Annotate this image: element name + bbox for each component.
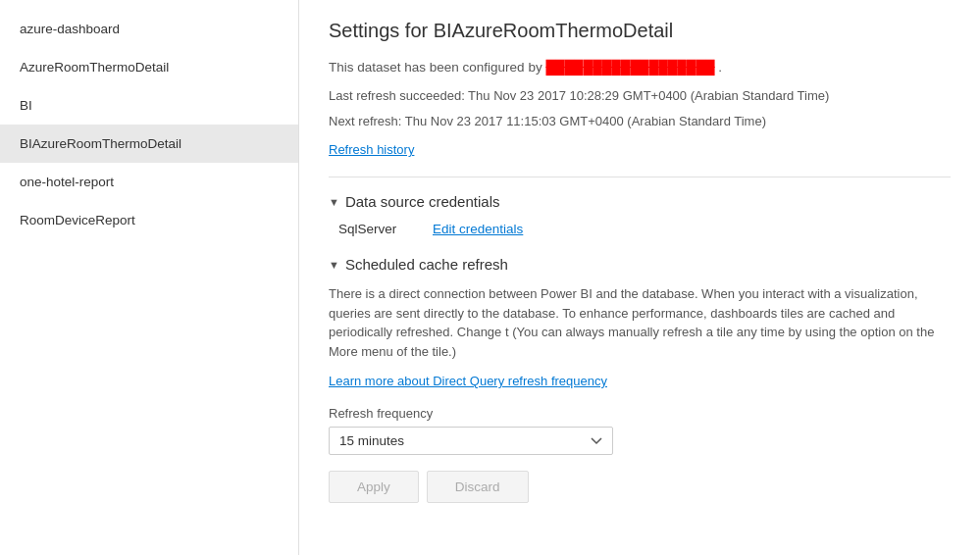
learn-more-link[interactable]: Learn more about Direct Query refresh fr… [329, 374, 607, 388]
sidebar-item-one-hotel-report[interactable]: one-hotel-report [0, 163, 298, 201]
sql-server-label: SqlServer [338, 222, 417, 236]
sidebar-item-azureroomthermodetail[interactable]: AzureRoomThermoDetail [0, 48, 298, 86]
data-source-triangle-icon: ▼ [329, 196, 339, 208]
data-source-section-title: Data source credentials [345, 193, 500, 210]
divider-1 [329, 177, 951, 177]
last-refresh-text: Last refresh succeeded: Thu Nov 23 2017 … [329, 86, 951, 106]
apply-button[interactable]: Apply [329, 471, 419, 503]
scheduled-cache-section-title: Scheduled cache refresh [345, 256, 508, 273]
page-title: Settings for BIAzureRoomThermoDetail [329, 20, 951, 42]
sidebar: azure-dashboardAzureRoomThermoDetailBIBI… [0, 0, 299, 555]
configured-by-text: This dataset has been configured by ████… [329, 60, 951, 75]
credentials-row: SqlServer Edit credentials [329, 222, 951, 236]
scheduled-cache-section-header: ▼ Scheduled cache refresh [329, 256, 951, 273]
sidebar-item-bi[interactable]: BI [0, 86, 298, 125]
refresh-frequency-select[interactable]: 15 minutes30 minutes1 hour2 hours4 hours… [329, 427, 613, 455]
discard-button[interactable]: Discard [427, 471, 529, 503]
section-description: There is a direct connection between Pow… [329, 284, 951, 361]
sidebar-item-azure-dashboard[interactable]: azure-dashboard [0, 10, 298, 48]
sidebar-item-roomdevicereport[interactable]: RoomDeviceReport [0, 201, 298, 239]
refresh-history-link[interactable]: Refresh history [329, 142, 414, 157]
configured-by-redacted: ██████████████████ [545, 60, 714, 75]
configured-by-prefix: This dataset has been configured by [329, 60, 542, 75]
next-refresh-text: Next refresh: Thu Nov 23 2017 11:15:03 G… [329, 112, 951, 131]
data-source-section-header: ▼ Data source credentials [329, 193, 951, 210]
scheduled-cache-triangle-icon: ▼ [329, 259, 339, 271]
edit-credentials-link[interactable]: Edit credentials [433, 222, 523, 236]
last-refresh-info: Last refresh succeeded: Thu Nov 23 2017 … [329, 86, 951, 130]
sidebar-item-biazureroomthermodetail[interactable]: BIAzureRoomThermoDetail [0, 125, 298, 163]
buttons-row: Apply Discard [329, 471, 951, 503]
main-content: Settings for BIAzureRoomThermoDetail Thi… [299, 0, 980, 555]
refresh-frequency-label: Refresh frequency [329, 406, 951, 421]
configured-by-suffix: . [718, 60, 722, 75]
